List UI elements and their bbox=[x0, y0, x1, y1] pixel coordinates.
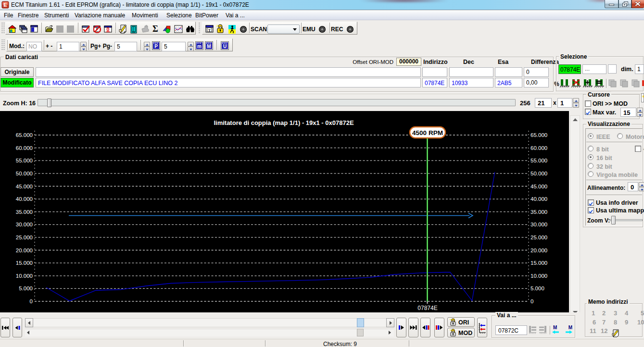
svg-text:limitatore di coppia (map 1/1): limitatore di coppia (map 1/1) - 19x1 - … bbox=[214, 119, 354, 126]
svg-text:15.000: 15.000 bbox=[530, 260, 547, 266]
svg-text:25.000: 25.000 bbox=[16, 235, 33, 240]
svg-text:45.000: 45.000 bbox=[530, 184, 547, 189]
svg-text:60.000: 60.000 bbox=[530, 145, 547, 151]
svg-text:07874E: 07874E bbox=[417, 305, 437, 311]
svg-text:50.000: 50.000 bbox=[16, 171, 33, 176]
svg-text:20.000: 20.000 bbox=[16, 248, 33, 253]
svg-text:40.000: 40.000 bbox=[530, 196, 547, 202]
svg-text:5.000: 5.000 bbox=[19, 285, 33, 291]
svg-text:60.000: 60.000 bbox=[16, 145, 33, 151]
svg-text:65.000: 65.000 bbox=[16, 132, 33, 138]
svg-text:M: M bbox=[207, 44, 211, 49]
svg-text:E: E bbox=[3, 2, 7, 8]
svg-text:25.000: 25.000 bbox=[530, 235, 547, 240]
svg-text:0: 0 bbox=[530, 298, 533, 304]
svg-text:45.000: 45.000 bbox=[16, 184, 33, 189]
svg-text:15.000: 15.000 bbox=[16, 260, 33, 266]
svg-text:50.000: 50.000 bbox=[530, 171, 547, 176]
svg-text:P: P bbox=[154, 44, 158, 49]
svg-text:T: T bbox=[208, 28, 211, 33]
svg-text:55.000: 55.000 bbox=[530, 158, 547, 163]
svg-text:30.000: 30.000 bbox=[16, 222, 33, 227]
svg-text:4500 RPM: 4500 RPM bbox=[412, 129, 443, 136]
svg-text:0: 0 bbox=[30, 298, 33, 304]
svg-text:30.000: 30.000 bbox=[530, 222, 547, 227]
svg-text:10.000: 10.000 bbox=[530, 273, 547, 279]
svg-text:35.000: 35.000 bbox=[530, 209, 547, 215]
svg-text:10.000: 10.000 bbox=[16, 273, 33, 279]
svg-text:5.000: 5.000 bbox=[530, 285, 544, 291]
svg-text:0: 0 bbox=[107, 26, 110, 32]
svg-text:65.000: 65.000 bbox=[530, 132, 547, 138]
svg-text:55.000: 55.000 bbox=[16, 158, 33, 163]
svg-text:35.000: 35.000 bbox=[16, 209, 33, 215]
svg-text:20.000: 20.000 bbox=[530, 248, 547, 253]
svg-text:U: U bbox=[223, 44, 227, 49]
svg-text:40.000: 40.000 bbox=[16, 196, 33, 202]
svg-text:m: m bbox=[197, 44, 202, 49]
